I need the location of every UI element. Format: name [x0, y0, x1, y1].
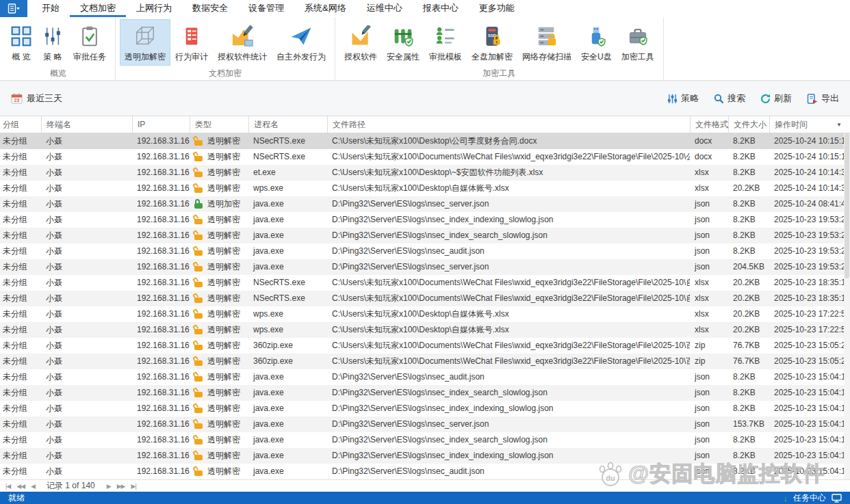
table-row[interactable]: 未分组小聂192.168.31.16透明解密java.exeD:\Ping32\…: [0, 464, 850, 479]
table-row[interactable]: 未分组小聂192.168.31.16透明解密java.exeD:\Ping32\…: [0, 385, 850, 401]
column-header[interactable]: 文件格式: [690, 116, 728, 133]
prev-page-button[interactable]: ◀: [31, 483, 35, 490]
ribbon-button-overview[interactable]: 概 览: [5, 19, 37, 66]
cell-group: 未分组: [0, 385, 41, 401]
cell-type: 透明解密: [190, 149, 248, 165]
column-header[interactable]: 操作时间▼: [769, 116, 850, 133]
ribbon-button-approval-template[interactable]: 审批模板: [424, 19, 467, 66]
column-header[interactable]: 类型: [190, 116, 248, 133]
unlock-icon: [194, 420, 203, 429]
column-header[interactable]: 文件路径: [327, 116, 690, 133]
table-row[interactable]: 未分组小聂192.168.31.16透明解密java.exeD:\Ping32\…: [0, 228, 850, 243]
ribbon-button-behavior-audit[interactable]: 行为审计: [170, 19, 213, 66]
cell-path: D:\Ping32\Server\ES\logs\nsec_index_inde…: [327, 448, 690, 464]
menu-tab[interactable]: 开始: [31, 0, 70, 17]
menu-tab[interactable]: 系统&网络: [294, 0, 357, 17]
refresh-button[interactable]: 刷新: [760, 92, 792, 105]
policy-button[interactable]: 策略: [667, 92, 699, 105]
cell-group: 未分组: [0, 416, 41, 432]
cell-path: C:\Users\未知玩家x100\Documents\WeChat Files…: [327, 354, 690, 369]
ribbon-button-encryption-tools[interactable]: 加密工具: [617, 19, 659, 66]
cell-group: 未分组: [0, 181, 41, 196]
column-header[interactable]: 分组: [0, 116, 41, 133]
menu-tab[interactable]: 报表中心: [413, 0, 469, 17]
ribbon-button-security-attributes[interactable]: 安全属性: [382, 19, 424, 66]
ribbon-button-transparent-crypto[interactable]: 透明加解密: [120, 19, 170, 66]
table-row[interactable]: 未分组小聂192.168.31.16透明解密java.exeD:\Ping32\…: [0, 448, 850, 464]
next-page-button[interactable]: ▶: [107, 483, 111, 490]
policy-small-icon: [667, 94, 678, 104]
table-row[interactable]: 未分组小聂192.168.31.16透明解密java.exeD:\Ping32\…: [0, 432, 850, 448]
table-row[interactable]: 未分组小聂192.168.31.16透明解密NSecRTS.exeC:\User…: [0, 133, 850, 149]
fast-prev-button[interactable]: ◀◀: [16, 483, 25, 490]
unlock-icon: [194, 215, 203, 225]
cell-format: json: [690, 432, 728, 448]
filter-caret-icon[interactable]: ▼: [836, 122, 842, 128]
app-menu-button[interactable]: [0, 0, 27, 17]
table-row[interactable]: 未分组小聂192.168.31.16透明解密java.exeD:\Ping32\…: [0, 401, 850, 416]
fast-next-button[interactable]: ▶▶: [117, 483, 125, 490]
column-header[interactable]: IP: [132, 116, 190, 133]
table-row[interactable]: 未分组小聂192.168.31.16透明解密NSecRTS.exeC:\User…: [0, 149, 850, 165]
column-header[interactable]: 进程名: [248, 116, 327, 133]
scrollbar-thumb[interactable]: [845, 133, 849, 278]
cell-type: 透明解密: [190, 416, 248, 432]
cell-terminal: 小聂: [41, 149, 132, 165]
menu-tab[interactable]: 数据安全: [182, 0, 238, 17]
table-row[interactable]: 未分组小聂192.168.31.16透明解密wps.exeC:\Users\未知…: [0, 306, 850, 322]
table-row[interactable]: 未分组小聂192.168.31.16透明解密360zip.exeC:\Users…: [0, 338, 850, 354]
last-page-button[interactable]: ▶|: [131, 483, 136, 490]
table-row[interactable]: 未分组小聂192.168.31.16透明加密java.exeD:\Ping32\…: [0, 196, 850, 212]
cell-format: zip: [690, 354, 728, 369]
cell-format: json: [690, 212, 728, 228]
cell-type: 透明解密: [190, 322, 248, 338]
menu-tab[interactable]: 运维中心: [357, 0, 413, 17]
search-button[interactable]: 搜索: [714, 92, 745, 105]
menu-tab[interactable]: 文档加密: [70, 0, 126, 17]
cell-group: 未分组: [0, 212, 41, 228]
cell-size: 8.2KB: [728, 212, 769, 228]
table-row[interactable]: 未分组小聂192.168.31.16透明解密java.exeD:\Ping32\…: [0, 416, 850, 432]
table-row[interactable]: 未分组小聂192.168.31.16透明解密NSecRTS.exeC:\User…: [0, 291, 850, 306]
ribbon-button-policy[interactable]: 策 略: [37, 19, 68, 66]
table-row[interactable]: 未分组小聂192.168.31.16透明解密java.exeD:\Ping32\…: [0, 369, 850, 385]
unlock-icon: [194, 168, 203, 178]
first-page-button[interactable]: |◀: [5, 483, 10, 490]
ribbon-button-outgoing-behavior[interactable]: 自主外发行为: [272, 19, 331, 66]
cell-size: 8.2KB: [728, 228, 769, 243]
cell-format: zip: [690, 338, 728, 354]
cell-path: D:\Ping32\Server\ES\logs\nsec_audit.json: [327, 243, 690, 259]
cell-group: 未分组: [0, 322, 41, 338]
cell-time: 2025-10-24 10:14:38: [769, 165, 850, 181]
ribbon-button-approval-tasks[interactable]: 审批任务: [68, 19, 111, 66]
menu-tab[interactable]: 更多功能: [469, 0, 525, 17]
cell-time: 2025-10-23 15:04:17: [769, 401, 850, 416]
table-row[interactable]: 未分组小聂192.168.31.16透明解密java.exeD:\Ping32\…: [0, 243, 850, 259]
menu-tab[interactable]: 上网行为: [126, 0, 182, 17]
table-row[interactable]: 未分组小聂192.168.31.16透明解密java.exeD:\Ping32\…: [0, 212, 850, 228]
table-row[interactable]: 未分组小聂192.168.31.16透明解密java.exeD:\Ping32\…: [0, 259, 850, 275]
date-range-filter[interactable]: 23 最近三天: [11, 92, 62, 105]
column-header[interactable]: 终端名: [41, 116, 132, 133]
monitor-icon[interactable]: [832, 494, 842, 503]
ribbon-button-fulldisk-crypto[interactable]: SSD 全盘加解密: [467, 19, 517, 66]
cell-process: java.exe: [248, 243, 327, 259]
column-header[interactable]: 文件大小: [728, 116, 769, 133]
task-center-button[interactable]: 任务中心: [793, 492, 826, 504]
table-row[interactable]: 未分组小聂192.168.31.16透明解密wps.exeC:\Users\未知…: [0, 322, 850, 338]
ribbon-button-network-storage-scan[interactable]: 网络存储扫描: [517, 19, 576, 66]
cell-ip: 192.168.31.16: [132, 181, 190, 196]
table-row[interactable]: 未分组小聂192.168.31.16透明解密et.exeC:\Users\未知玩…: [0, 165, 850, 181]
export-button[interactable]: 导出: [807, 92, 839, 105]
ribbon-button-authorized-software-stats[interactable]: 授权软件统计: [213, 19, 272, 66]
ribbon-button-authorized-software[interactable]: 授权软件: [339, 19, 382, 66]
ribbon-button-secure-usb[interactable]: 安全U盘: [576, 19, 617, 66]
unlock-icon: [194, 326, 203, 335]
cell-size: 8.2KB: [728, 385, 769, 401]
table-row[interactable]: 未分组小聂192.168.31.16透明解密NSecRTS.exeC:\User…: [0, 275, 850, 291]
menu-tab[interactable]: 设备管理: [238, 0, 294, 17]
table-row[interactable]: 未分组小聂192.168.31.16透明解密360zip.exeC:\Users…: [0, 354, 850, 369]
table-row[interactable]: 未分组小聂192.168.31.16透明解密wps.exeC:\Users\未知…: [0, 181, 850, 196]
vertical-scrollbar[interactable]: [844, 133, 850, 479]
cell-path: C:\Users\未知玩家x100\Desktop\~$安固软件功能列表.xls…: [327, 165, 690, 181]
